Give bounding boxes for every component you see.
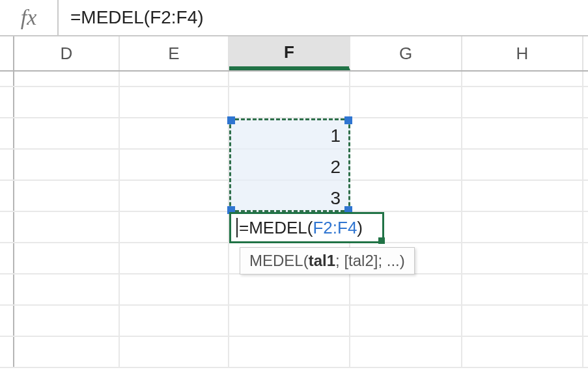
cell[interactable] xyxy=(14,337,120,367)
row-stub[interactable] xyxy=(0,72,14,86)
formula-input-container xyxy=(59,0,588,35)
formula-equals: = xyxy=(239,218,249,238)
row-stub[interactable] xyxy=(0,274,14,304)
select-all-stub[interactable] xyxy=(0,36,14,70)
cell[interactable] xyxy=(229,274,350,304)
cell[interactable] xyxy=(120,243,229,273)
cell[interactable] xyxy=(14,150,120,180)
cell[interactable] xyxy=(14,118,120,148)
cell[interactable] xyxy=(462,87,583,117)
active-edit-cell-F5[interactable]: = MEDEL ( F2:F4 ) xyxy=(229,212,384,243)
cell[interactable] xyxy=(229,337,350,367)
row-stub[interactable] xyxy=(0,150,14,180)
cell[interactable] xyxy=(120,150,229,180)
row-stub[interactable] xyxy=(0,118,14,148)
text-cursor-icon xyxy=(236,218,238,237)
col-header-G[interactable]: G xyxy=(350,36,462,70)
cell[interactable] xyxy=(350,337,462,367)
function-tooltip[interactable]: MEDEL(tal1; [tal2]; ...) xyxy=(240,247,415,274)
cell[interactable] xyxy=(462,150,583,180)
col-header-H[interactable]: H xyxy=(462,36,583,70)
table-row xyxy=(0,274,588,306)
cell[interactable] xyxy=(350,181,462,211)
cell[interactable] xyxy=(120,72,229,86)
row-stub[interactable] xyxy=(0,212,14,242)
cell[interactable] xyxy=(120,274,229,304)
cell-F2-value: 1 xyxy=(330,126,341,146)
col-label: E xyxy=(168,44,179,64)
col-header-E[interactable]: E xyxy=(120,36,229,70)
cell[interactable] xyxy=(120,87,229,117)
table-row xyxy=(0,337,588,368)
cell[interactable] xyxy=(462,306,583,336)
table-row xyxy=(0,72,588,87)
tooltip-rest: ; [tal2]; ...) xyxy=(335,252,405,269)
cell[interactable] xyxy=(350,87,462,117)
row-stub[interactable] xyxy=(0,337,14,367)
cell[interactable] xyxy=(350,306,462,336)
col-header-F[interactable]: F xyxy=(229,36,350,70)
tooltip-arg1: tal1 xyxy=(309,252,335,269)
col-header-D[interactable]: D xyxy=(14,36,120,70)
col-label: F xyxy=(284,42,294,62)
sheet: D E F G H xyxy=(0,36,588,387)
cell[interactable] xyxy=(229,87,350,117)
cell[interactable] xyxy=(462,212,583,242)
cell[interactable] xyxy=(229,306,350,336)
cell[interactable] xyxy=(14,243,120,273)
col-label: H xyxy=(516,44,529,64)
row-stub[interactable] xyxy=(0,306,14,336)
col-label: G xyxy=(399,44,412,64)
cell[interactable] xyxy=(462,337,583,367)
cell[interactable] xyxy=(350,118,462,148)
cell[interactable] xyxy=(462,118,583,148)
cell[interactable] xyxy=(14,274,120,304)
cell[interactable] xyxy=(14,212,120,242)
row-stub[interactable] xyxy=(0,87,14,117)
cell[interactable] xyxy=(14,306,120,336)
table-row xyxy=(0,306,588,337)
formula-open-paren: ( xyxy=(307,218,313,238)
cell[interactable] xyxy=(350,72,462,86)
table-row xyxy=(0,87,588,118)
cell[interactable] xyxy=(462,181,583,211)
cell[interactable] xyxy=(14,181,120,211)
selection-handle-icon[interactable] xyxy=(227,116,235,124)
cell[interactable] xyxy=(14,87,120,117)
formula-input[interactable] xyxy=(69,7,578,29)
row-stub[interactable] xyxy=(0,181,14,211)
col-label: D xyxy=(61,44,73,64)
cell[interactable] xyxy=(229,72,350,86)
formula-close-paren: ) xyxy=(357,218,363,238)
formula-cell-ref: F2:F4 xyxy=(313,218,357,238)
tooltip-open: ( xyxy=(303,252,309,269)
cell[interactable] xyxy=(120,212,229,242)
row-stub[interactable] xyxy=(0,243,14,273)
cell-F4-value: 3 xyxy=(330,188,341,209)
formula-bar: fx xyxy=(0,0,588,36)
selection-handle-icon[interactable] xyxy=(344,116,352,124)
fx-label-text: fx xyxy=(21,5,37,30)
cell[interactable] xyxy=(462,243,583,273)
cell[interactable] xyxy=(14,72,120,86)
cell[interactable] xyxy=(462,274,583,304)
cell[interactable] xyxy=(120,181,229,211)
grid-body[interactable]: 1 2 3 = MEDEL ( F2:F4 ) MEDEL(tal1; [tal… xyxy=(0,72,588,387)
tooltip-fn: MEDEL xyxy=(249,252,303,269)
cell[interactable] xyxy=(462,72,583,86)
cell[interactable] xyxy=(350,274,462,304)
cell[interactable] xyxy=(120,118,229,148)
cell-F3-value: 2 xyxy=(330,157,341,178)
cell[interactable] xyxy=(120,306,229,336)
formula-fn-name: MEDEL xyxy=(249,218,307,238)
column-headers: D E F G H xyxy=(0,36,588,72)
fx-icon[interactable]: fx xyxy=(0,0,59,35)
cell[interactable] xyxy=(350,150,462,180)
range-selection-F2-F4[interactable]: 1 2 3 xyxy=(229,118,350,212)
cell[interactable] xyxy=(120,337,229,367)
